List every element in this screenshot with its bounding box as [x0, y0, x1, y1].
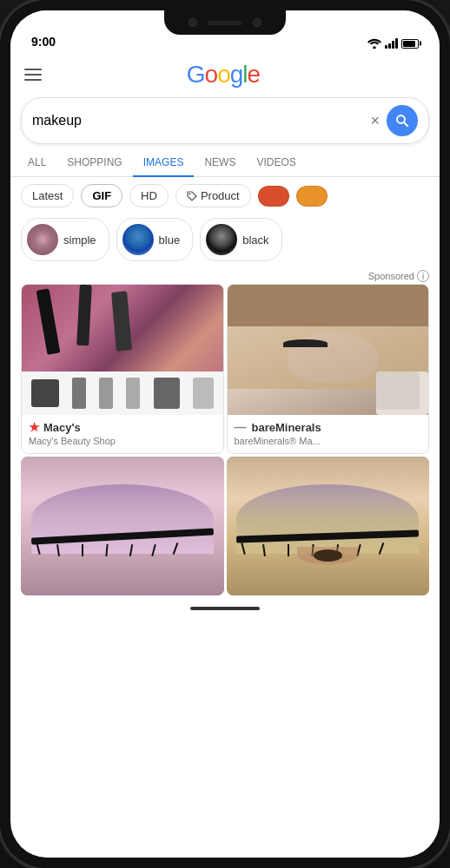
eye-image-1[interactable] — [21, 457, 224, 595]
related-blue[interactable]: blue — [116, 218, 194, 261]
battery-icon — [401, 39, 419, 49]
product-card-macys[interactable]: ★ Macy's Macy's Beauty Shop — [21, 284, 224, 454]
thumb-blue — [122, 224, 154, 255]
thumb-black — [206, 224, 237, 255]
speaker — [208, 21, 242, 25]
tab-news[interactable]: NEWS — [194, 149, 246, 176]
sponsored-text: Sponsored — [368, 271, 414, 281]
star-icon: ★ — [29, 420, 40, 434]
related-black-label: black — [242, 233, 268, 247]
macys-sublabel: Macy's Beauty Shop — [29, 436, 216, 446]
search-query: makeup — [32, 113, 370, 128]
bareminerals-label: bareMinerals — [252, 421, 321, 434]
time-display: 9:00 — [31, 35, 56, 49]
filter-latest[interactable]: Latest — [21, 184, 74, 207]
status-icons — [367, 38, 419, 49]
tab-videos[interactable]: VIDEOS — [246, 149, 306, 176]
home-indicator — [10, 595, 440, 621]
bottom-image-row — [10, 457, 440, 595]
related-simple[interactable]: simple — [21, 218, 109, 261]
product-grid: ★ Macy's Macy's Beauty Shop — [10, 284, 440, 454]
tab-images[interactable]: IMAGES — [133, 149, 195, 177]
logo-e: e — [248, 61, 261, 88]
logo-g: G — [187, 61, 205, 88]
search-button[interactable] — [387, 105, 418, 136]
bare-overlay — [376, 372, 428, 415]
notch — [164, 10, 286, 35]
tag-icon — [187, 191, 197, 201]
camera-icon — [189, 18, 197, 27]
google-header: Google — [10, 54, 440, 92]
search-icon — [394, 113, 410, 128]
related-blue-label: blue — [159, 233, 181, 247]
phone-frame: 9:00 — [0, 0, 450, 868]
clear-search-button[interactable]: × — [370, 112, 380, 130]
product-card-bareminerals[interactable]: — bareMinerals bareMinerals® Ma... — [227, 284, 430, 454]
search-bar[interactable]: makeup × — [21, 97, 429, 144]
bareminerals-store-name: — bareMinerals — [235, 420, 422, 434]
home-pill[interactable] — [190, 607, 260, 610]
svg-point-3 — [189, 193, 190, 194]
bareminerals-info: — bareMinerals bareMinerals® Ma... — [228, 415, 429, 453]
svg-point-0 — [373, 46, 376, 49]
logo-o2: o — [217, 61, 230, 88]
filter-gif[interactable]: GIF — [81, 184, 122, 207]
svg-line-2 — [404, 122, 408, 127]
eye-image-2[interactable] — [227, 457, 430, 595]
bareminerals-sublabel: bareMinerals® Ma... — [235, 436, 422, 446]
related-simple-label: simple — [63, 233, 96, 247]
logo-o1: o — [205, 61, 218, 88]
macys-mini-products — [22, 372, 223, 415]
camera-icon-2 — [253, 18, 261, 27]
related-black[interactable]: black — [200, 218, 281, 261]
signal-bars — [385, 38, 398, 49]
tab-shopping[interactable]: SHOPPING — [56, 149, 132, 176]
phone-screen: 9:00 — [10, 10, 440, 858]
svg-point-1 — [397, 115, 405, 123]
color-swatch-orange[interactable] — [296, 186, 328, 207]
filter-product[interactable]: Product — [175, 184, 251, 207]
menu-button[interactable] — [24, 69, 42, 81]
related-searches: simple blue black — [10, 214, 440, 268]
wifi-icon — [367, 38, 381, 49]
sponsored-info-button[interactable]: i — [417, 270, 429, 282]
tab-all[interactable]: ALL — [17, 149, 56, 176]
macys-store-name: ★ Macy's — [29, 420, 216, 434]
filter-hd[interactable]: HD — [129, 184, 169, 207]
color-swatch-red[interactable] — [258, 186, 289, 207]
product-label: Product — [201, 189, 240, 202]
nav-tabs: ALL SHOPPING IMAGES NEWS VIDEOS — [10, 149, 440, 177]
sponsored-section: Sponsored i — [10, 268, 440, 284]
macys-label: Macy's — [43, 421, 81, 434]
filter-row: Latest GIF HD Product — [10, 177, 440, 214]
bareminerals-product-image — [228, 285, 429, 415]
macys-product-image — [22, 285, 223, 415]
dash-icon: — — [235, 420, 247, 434]
google-logo: Google — [187, 61, 260, 89]
logo-g2: g — [230, 61, 243, 88]
macys-info: ★ Macy's Macy's Beauty Shop — [22, 415, 223, 453]
thumb-simple — [27, 224, 58, 255]
